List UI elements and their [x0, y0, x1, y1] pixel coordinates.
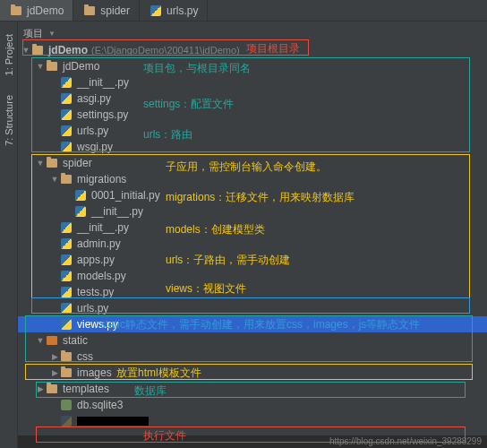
python-file-icon: [59, 238, 73, 249]
python-file-icon: [59, 271, 73, 281]
chevron-down-icon[interactable]: ▼: [48, 30, 56, 38]
tool-window-strip: 1: Project 7: Structure: [0, 22, 18, 448]
tree-file[interactable]: admin.py: [18, 236, 487, 252]
node-label: static: [63, 334, 88, 347]
node-label: jdDemo: [48, 44, 88, 56]
expand-toggle[interactable]: [50, 368, 59, 377]
tree-folder-templates[interactable]: templates: [18, 381, 487, 397]
tree-folder-jddemo[interactable]: jdDemo: [18, 58, 487, 74]
node-label: spider: [63, 157, 92, 169]
tree-file[interactable]: urls.py: [18, 123, 487, 139]
tree-file[interactable]: __init__.py: [18, 74, 487, 90]
folder-icon: [45, 62, 59, 71]
project-tool-tab[interactable]: 1: Project: [2, 29, 16, 81]
folder-icon: [59, 175, 73, 184]
node-label: __init__.py: [77, 221, 129, 234]
tree-file[interactable]: asgi.py: [18, 90, 487, 107]
expand-toggle[interactable]: [50, 175, 59, 184]
expand-toggle[interactable]: [36, 336, 45, 345]
folder-icon: [45, 384, 59, 393]
folder-icon: [82, 6, 97, 15]
node-label: db.sqlite3: [77, 399, 123, 411]
expand-toggle[interactable]: [36, 62, 45, 71]
node-label: admin.py: [77, 237, 121, 250]
tree-folder[interactable]: images: [18, 365, 487, 381]
tab-urls[interactable]: urls.py: [140, 0, 208, 21]
node-label: apps.py: [77, 254, 115, 266]
tree-file[interactable]: views.py: [18, 316, 487, 332]
folder-icon: [45, 336, 59, 345]
python-file-icon: [73, 190, 88, 201]
tree-file[interactable]: wsgi.py: [18, 139, 487, 155]
tab-spider[interactable]: spider: [73, 0, 140, 21]
folder-icon: [59, 368, 73, 377]
expand-toggle[interactable]: [36, 159, 45, 168]
node-label: asgi.py: [77, 92, 111, 105]
expand-toggle[interactable]: [36, 384, 45, 393]
project-tree-toolbar: 项目 ▼: [18, 25, 487, 42]
node-path: (E:\DjangoDemo\200411\jdDemo): [91, 45, 240, 56]
node-label: templates: [63, 383, 109, 395]
expand-toggle[interactable]: [50, 352, 59, 361]
python-file-icon: [59, 303, 73, 314]
tab-label: spider: [100, 4, 130, 17]
folder-icon: [45, 159, 59, 168]
tab-jddemo[interactable]: jdDemo: [0, 0, 73, 21]
tree-folder-static[interactable]: static: [18, 332, 487, 349]
tree-file[interactable]: urls.py: [18, 300, 487, 316]
tree-file[interactable]: settings.py: [18, 107, 487, 123]
tree-root[interactable]: jdDemo (E:\DjangoDemo\200411\jdDemo): [18, 42, 487, 58]
database-icon: [59, 400, 73, 410]
tree-file[interactable]: apps.py: [18, 252, 487, 268]
tree-folder[interactable]: css: [18, 349, 487, 365]
python-file-icon: [59, 222, 73, 233]
folder-icon: [9, 6, 23, 15]
python-file-icon: [59, 319, 73, 330]
node-label: settings.py: [77, 108, 128, 121]
python-file-icon: [59, 287, 73, 297]
structure-tool-tab[interactable]: 7: Structure: [2, 90, 16, 151]
node-label: [77, 417, 149, 426]
python-file-icon: [59, 77, 73, 88]
tree-folder-migrations[interactable]: migrations: [18, 171, 487, 187]
watermark: https://blog.csdn.net/weixin_39288299: [329, 436, 482, 446]
node-label: css: [77, 350, 93, 363]
node-label: urls.py: [77, 125, 108, 137]
python-file-icon: [149, 5, 163, 16]
python-file-icon: [59, 142, 73, 152]
node-label: images: [77, 366, 112, 379]
file-icon: [59, 416, 73, 426]
toolbar-label: 项目: [23, 27, 43, 40]
node-label: migrations: [77, 173, 126, 185]
tree-file[interactable]: 0001_initial.py: [18, 187, 487, 203]
node-label: wsgi.py: [77, 141, 113, 153]
tree-file[interactable]: __init__.py: [18, 203, 487, 220]
tree-spacer: [18, 429, 487, 435]
tree-folder-spider[interactable]: spider: [18, 155, 487, 171]
expand-toggle[interactable]: [21, 46, 30, 55]
tab-label: urls.py: [167, 4, 198, 17]
python-file-icon: [73, 206, 88, 217]
python-file-icon: [59, 125, 73, 136]
project-tree: 项目 ▼ jdDemo (E:\DjangoDemo\200411\jdDemo…: [18, 22, 487, 435]
python-file-icon: [59, 254, 73, 265]
tree-file-redacted[interactable]: [18, 413, 487, 429]
tree-file-db[interactable]: db.sqlite3: [18, 397, 487, 413]
node-label: __init__.py: [91, 205, 143, 218]
python-file-icon: [59, 93, 73, 104]
tree-file[interactable]: models.py: [18, 268, 487, 284]
python-file-icon: [59, 109, 73, 120]
folder-icon: [30, 46, 45, 55]
editor-tabs: jdDemo spider urls.py: [0, 0, 487, 22]
tab-label: jdDemo: [27, 4, 64, 17]
node-label: urls.py: [77, 302, 108, 314]
tree-file[interactable]: __init__.py: [18, 220, 487, 236]
node-label: views.py: [77, 318, 118, 331]
tree-file[interactable]: tests.py: [18, 284, 487, 300]
node-label: models.py: [77, 270, 126, 282]
node-label: jdDemo: [63, 60, 99, 73]
node-label: 0001_initial.py: [91, 189, 160, 202]
node-label: __init__.py: [77, 76, 129, 89]
folder-icon: [59, 352, 73, 361]
node-label: tests.py: [77, 286, 114, 298]
